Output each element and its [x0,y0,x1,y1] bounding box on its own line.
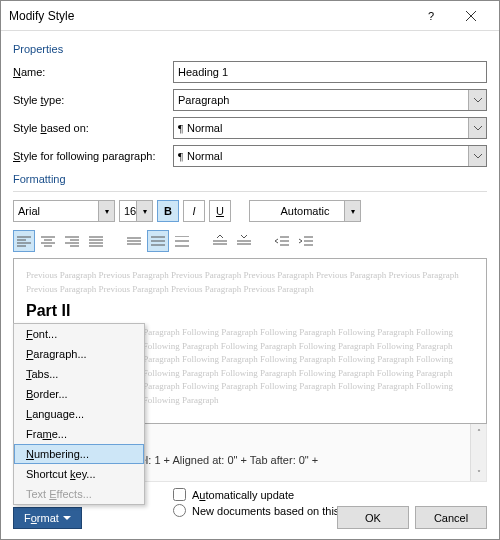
font-size-select[interactable]: 16 ▾ [119,200,153,222]
pilcrow-icon: ¶ [178,122,183,134]
auto-update-checkbox[interactable] [173,488,186,501]
chevron-down-icon [468,90,486,110]
font-color-select[interactable]: Automatic ▾ [249,200,361,222]
style-type-label: Style type: [13,94,173,106]
increase-indent-button[interactable] [295,230,317,252]
line-spacing-15-button[interactable] [147,230,169,252]
italic-button[interactable]: I [183,200,205,222]
line-spacing-1-button[interactable] [123,230,145,252]
scroll-down-icon[interactable]: ˅ [471,465,486,481]
dialog-title: Modify Style [9,9,411,23]
dropdown-triangle-icon [63,516,71,520]
line-spacing-2-button[interactable] [171,230,193,252]
chevron-down-icon: ▾ [98,201,114,221]
preview-sample-text: Part II [26,302,474,320]
font-family-select[interactable]: Arial ▾ [13,200,115,222]
chevron-down-icon [468,118,486,138]
menu-item-paragraph[interactable]: Paragraph... [14,344,144,364]
following-value: Normal [187,150,222,162]
close-button[interactable] [451,2,491,30]
pilcrow-icon: ¶ [178,150,183,162]
align-left-button[interactable] [13,230,35,252]
based-on-value: Normal [187,122,222,134]
menu-item-font[interactable]: Font... [14,324,144,344]
format-popup-menu: Font... Paragraph... Tabs... Border... L… [13,323,145,505]
divider [13,191,487,192]
preview-previous-text: Previous Paragraph Previous Paragraph Pr… [26,269,474,296]
titlebar: Modify Style ? [1,1,499,31]
chevron-down-icon: ▾ [136,201,152,221]
auto-update-label: Automatically update [192,489,294,501]
menu-item-border[interactable]: Border... [14,384,144,404]
formatting-section-label: Formatting [13,173,487,185]
menu-item-language[interactable]: Language... [14,404,144,424]
menu-item-numbering[interactable]: Numbering... [14,444,144,464]
align-center-button[interactable] [37,230,59,252]
chevron-down-icon: ▾ [344,201,360,221]
menu-item-frame[interactable]: Frame... [14,424,144,444]
style-type-select[interactable]: Paragraph [173,89,487,111]
following-label: Style for following paragraph: [13,150,173,162]
bold-button[interactable]: B [157,200,179,222]
based-on-select[interactable]: ¶ Normal [173,117,487,139]
space-before-dec-button[interactable] [233,230,255,252]
following-select[interactable]: ¶ Normal [173,145,487,167]
format-button[interactable]: Format [13,507,82,529]
properties-section-label: Properties [13,43,487,55]
menu-item-shortcut[interactable]: Shortcut key... [14,464,144,484]
underline-button[interactable]: U [209,200,231,222]
ok-button[interactable]: OK [337,506,409,529]
align-justify-button[interactable] [85,230,107,252]
chevron-down-icon [468,146,486,166]
decrease-indent-button[interactable] [271,230,293,252]
description-scrollbar[interactable]: ˄ ˅ [470,424,486,481]
name-input[interactable] [173,61,487,83]
style-type-value: Paragraph [178,94,229,106]
cancel-button[interactable]: Cancel [415,506,487,529]
menu-item-text-effects: Text Effects... [14,484,144,504]
space-before-inc-button[interactable] [209,230,231,252]
based-on-label: Style based on: [13,122,173,134]
align-right-button[interactable] [61,230,83,252]
menu-item-tabs[interactable]: Tabs... [14,364,144,384]
help-button[interactable]: ? [411,2,451,30]
name-label: Name: [13,66,173,78]
scroll-up-icon[interactable]: ˄ [471,424,486,440]
